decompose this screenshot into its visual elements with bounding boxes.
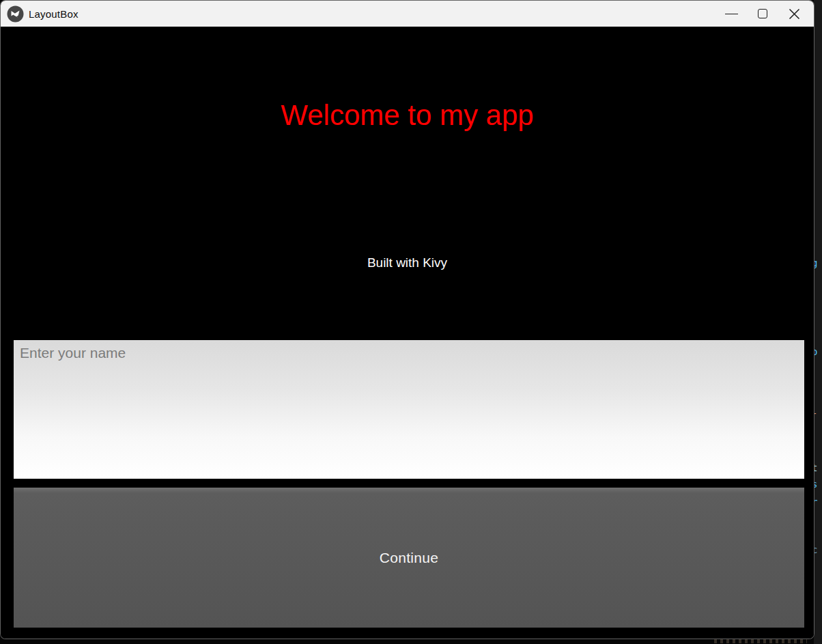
window-title: LayoutBox (29, 8, 79, 20)
titlebar[interactable]: LayoutBox (1, 1, 814, 27)
background-glyphs (714, 639, 807, 643)
continue-button[interactable]: Continue (14, 488, 804, 628)
welcome-heading: Welcome to my app (1, 99, 814, 132)
code-fragment: o (814, 347, 822, 356)
close-icon (789, 8, 800, 20)
name-input[interactable] (14, 340, 804, 479)
close-button[interactable] (778, 1, 810, 27)
code-fragment: - (814, 408, 822, 418)
code-fragment: g (814, 258, 822, 268)
continue-button-label: Continue (380, 550, 438, 566)
background-editor-strip: go-tsrc (814, 0, 822, 644)
code-fragment: c (814, 545, 822, 555)
code-fragment: r (814, 497, 822, 507)
minimize-icon (725, 14, 738, 14)
code-fragment: s (814, 479, 822, 489)
desktop: { "window": { "title": "LayoutBox", "tit… (0, 0, 822, 644)
maximize-icon (758, 9, 767, 18)
built-with-label: Built with Kivy (1, 255, 814, 270)
code-fragment: t (814, 463, 822, 473)
app-content: Welcome to my app Built with Kivy Contin… (1, 27, 814, 639)
kivy-logo-icon[interactable] (7, 5, 24, 23)
maximize-button[interactable] (747, 1, 778, 27)
window-controls (715, 1, 814, 27)
app-window: LayoutBox Welcome to my app Built with K… (0, 0, 814, 639)
minimize-button[interactable] (715, 1, 747, 27)
